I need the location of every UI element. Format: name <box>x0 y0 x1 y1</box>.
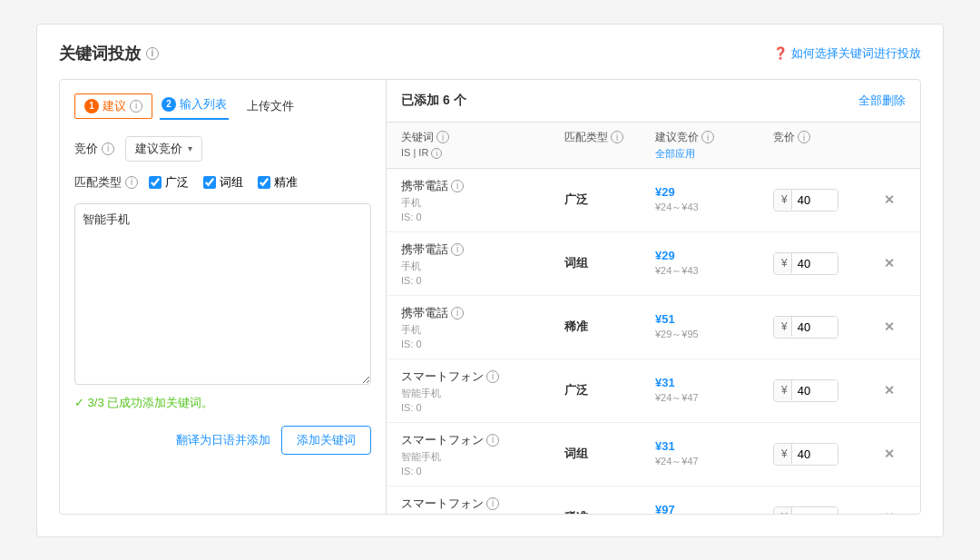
bid-input-0[interactable] <box>792 190 838 211</box>
kw-cell-3: スマートフォン i 智能手机 IS: 0 <box>401 368 564 413</box>
th-sugg-label: 建议竞价 <box>655 130 699 145</box>
match-info-icon[interactable]: i <box>125 176 138 189</box>
bid-input-5[interactable] <box>792 507 838 514</box>
bid-label-text: 竞价 <box>74 141 98 157</box>
match-type-cell-4: 词组 <box>564 446 655 462</box>
content-split: 1 建议 i 2 输入列表 上传文件 竞价 i <box>59 79 921 515</box>
suggested-bid-cell-5: ¥97 ¥48～¥129 <box>655 503 773 514</box>
title-info-icon[interactable]: i <box>146 47 159 60</box>
bid-input-wrapper-2: ¥ <box>773 316 838 339</box>
bid-select-button[interactable]: 建议竞价 ▾ <box>125 136 202 162</box>
tab-suggest[interactable]: 1 建议 i <box>74 93 152 119</box>
th-sugg-info[interactable]: i <box>701 131 714 143</box>
bid-input-cell-5: ¥ <box>773 506 873 514</box>
th-keyword-label: 关键词 <box>401 130 434 145</box>
kw-info-1[interactable]: i <box>451 243 464 256</box>
th-match-info[interactable]: i <box>611 131 623 143</box>
bid-range-4: ¥24～¥47 <box>655 455 773 468</box>
kw-is-2: IS: 0 <box>401 339 564 349</box>
bid-info-icon[interactable]: i <box>102 142 114 155</box>
match-row: 匹配类型 i 广泛 词组 精 <box>74 174 371 191</box>
left-panel: 1 建议 i 2 输入列表 上传文件 竞价 i <box>60 80 387 514</box>
delete-icon-1[interactable]: ✕ <box>873 256 906 270</box>
tab-input-list[interactable]: 2 输入列表 <box>160 93 229 120</box>
tabs: 1 建议 i 2 输入列表 上传文件 <box>60 80 386 122</box>
suggested-bid-cell-1: ¥29 ¥24～¥43 <box>655 249 773 278</box>
delete-all-button[interactable]: 全部删除 <box>858 93 906 109</box>
delete-icon-5[interactable]: ✕ <box>873 510 906 514</box>
checkbox-broad[interactable]: 广泛 <box>149 174 189 191</box>
checkbox-exact[interactable]: 精准 <box>258 174 298 191</box>
keyword-textarea[interactable]: 智能手机 <box>74 203 371 385</box>
kw-name-2: 携帯電話 i <box>401 305 564 321</box>
kw-text-3: スマートフォン <box>401 368 484 385</box>
bid-row: 竞价 i 建议竞价 ▾ <box>74 136 371 162</box>
table-row: スマートフォン i 智能手机 IS: 0 稀准 ¥97 ¥48～¥129 ¥ ✕ <box>387 486 920 514</box>
tab-suggest-info-icon[interactable]: i <box>130 100 142 113</box>
th-action <box>873 130 906 161</box>
bid-main-1: ¥29 <box>655 249 773 262</box>
bid-arrow-icon: ▾ <box>188 143 192 153</box>
checkbox-exact-label: 精准 <box>274 174 298 191</box>
th-isir-info[interactable]: i <box>431 148 442 159</box>
main-container: 关键词投放 i ❓ 如何选择关键词进行投放 1 建议 i 2 输入列表 <box>36 24 944 537</box>
bid-button-label: 建议竞价 <box>135 141 182 157</box>
match-type-cell-1: 词组 <box>564 255 655 271</box>
table-row: 携帯電話 i 手机 IS: 0 稀准 ¥51 ¥29～¥95 ¥ ✕ <box>387 296 920 359</box>
bid-input-2[interactable] <box>792 317 838 338</box>
match-type-cell-2: 稀准 <box>564 319 655 335</box>
kw-info-2[interactable]: i <box>451 307 464 319</box>
delete-icon-4[interactable]: ✕ <box>873 447 906 461</box>
kw-text-5: スマートフォン <box>401 496 484 512</box>
kw-sub-3: 智能手机 <box>401 387 564 400</box>
th-keyword: 关键词 i IS | IR i <box>401 130 564 161</box>
kw-name-1: 携帯電話 i <box>401 241 564 258</box>
kw-cell-2: 携帯電話 i 手机 IS: 0 <box>401 305 564 349</box>
delete-icon-3[interactable]: ✕ <box>873 383 906 398</box>
bid-input-cell-1: ¥ <box>773 252 873 275</box>
add-keyword-button[interactable]: 添加关键词 <box>281 426 371 455</box>
bid-main-4: ¥31 <box>655 439 773 453</box>
checkbox-phrase-input[interactable] <box>203 176 216 189</box>
bid-main-2: ¥51 <box>655 312 773 326</box>
kw-info-5[interactable]: i <box>486 497 499 510</box>
kw-cell-0: 携帯電話 i 手机 IS: 0 <box>401 178 564 222</box>
match-checkbox-group: 广泛 词组 精准 <box>149 174 298 191</box>
tab-upload[interactable]: 上传文件 <box>236 91 305 122</box>
tab-upload-label: 上传文件 <box>247 99 294 113</box>
kw-sub-1: 手机 <box>401 260 564 273</box>
checkbox-exact-input[interactable] <box>258 176 270 189</box>
table-header: 关键词 i IS | IR i 匹配类型 i 建议竞 <box>387 123 920 169</box>
bid-input-wrapper-1: ¥ <box>773 252 838 275</box>
th-keyword-info[interactable]: i <box>436 131 449 143</box>
tab-number-2: 2 <box>162 97 176 112</box>
delete-icon-0[interactable]: ✕ <box>873 192 906 207</box>
bid-input-wrapper-0: ¥ <box>773 189 838 211</box>
delete-icon-2[interactable]: ✕ <box>873 319 906 334</box>
kw-is-1: IS: 0 <box>401 275 564 286</box>
action-row: 翻译为日语并添加 添加关键词 <box>74 426 371 455</box>
kw-info-3[interactable]: i <box>486 370 499 383</box>
translate-link[interactable]: 翻译为日语并添加 <box>176 432 270 448</box>
kw-info-0[interactable]: i <box>451 180 464 192</box>
help-link-text: 如何选择关键词进行投放 <box>791 45 921 62</box>
bid-range-3: ¥24～¥47 <box>655 391 773 405</box>
kw-text-1: 携帯電話 <box>401 241 448 258</box>
bid-input-3[interactable] <box>792 380 838 401</box>
bid-range-0: ¥24～¥43 <box>655 201 773 214</box>
match-type-label: 匹配类型 i <box>74 174 138 191</box>
success-message-text: ✓ 3/3 已成功添加关键词。 <box>74 395 213 411</box>
bid-input-4[interactable] <box>792 444 838 465</box>
checkbox-phrase[interactable]: 词组 <box>203 174 243 191</box>
help-link[interactable]: ❓ 如何选择关键词进行投放 <box>773 45 921 62</box>
th-suggested-bid: 建议竞价 i 全部应用 <box>655 130 773 161</box>
checkbox-phrase-label: 词组 <box>220 174 243 191</box>
bid-input-1[interactable] <box>792 253 838 274</box>
th-sugg-sub[interactable]: 全部应用 <box>655 148 695 159</box>
suggested-bid-cell-4: ¥31 ¥24～¥47 <box>655 439 773 468</box>
kw-name-3: スマートフォン i <box>401 368 564 385</box>
kw-info-4[interactable]: i <box>486 434 499 447</box>
checkbox-broad-input[interactable] <box>149 176 162 189</box>
th-bid-info[interactable]: i <box>798 131 810 143</box>
suggested-bid-cell-3: ¥31 ¥24～¥47 <box>655 376 773 405</box>
